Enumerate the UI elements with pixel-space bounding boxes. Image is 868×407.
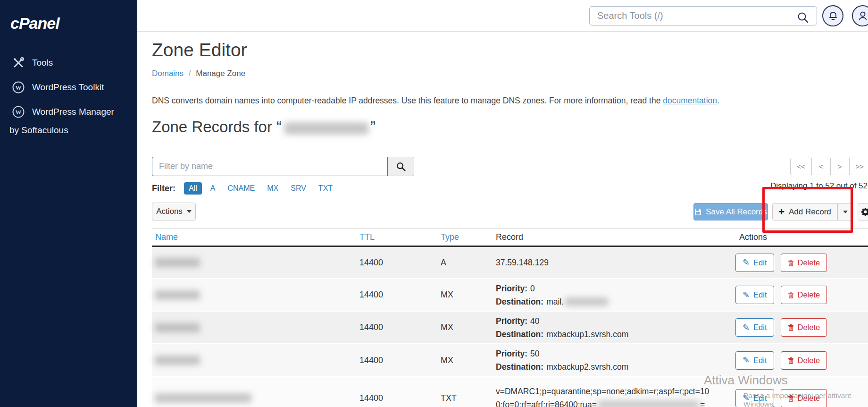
- windows-activation-watermark: Attiva Windows: [704, 373, 788, 388]
- bell-icon: [828, 10, 838, 22]
- edit-button[interactable]: ✎ Edit: [735, 254, 774, 272]
- user-icon: [858, 10, 868, 22]
- filter-label: Filter:: [152, 184, 175, 194]
- pagination-last-button[interactable]: >>: [850, 158, 868, 175]
- notifications-button[interactable]: [822, 5, 843, 26]
- plus-icon: +: [778, 207, 785, 217]
- redacted-record-name: [155, 393, 251, 403]
- filter-by-name-input[interactable]: [152, 157, 388, 176]
- actions-dropdown-button[interactable]: Actions: [152, 203, 196, 220]
- ttl-value: 14400: [359, 279, 441, 311]
- svg-text:W: W: [16, 109, 22, 116]
- table-row: 14400 A 37.59.148.129 ✎ Edit: [152, 247, 868, 279]
- column-header-record: Record: [496, 232, 739, 242]
- documentation-link[interactable]: documentation: [663, 96, 717, 105]
- add-record-button[interactable]: + Add Record: [772, 203, 837, 220]
- column-header-ttl[interactable]: TTL: [359, 232, 441, 242]
- add-record-dropdown-button[interactable]: [837, 203, 853, 220]
- delete-button[interactable]: Delete: [781, 318, 827, 337]
- pagination-next-button[interactable]: >: [831, 158, 850, 175]
- sidebar-item-tools[interactable]: Tools: [0, 51, 137, 75]
- pagination-prev-button[interactable]: <: [812, 158, 831, 175]
- pagination-first-button[interactable]: <<: [790, 158, 812, 175]
- pencil-icon: ✎: [743, 355, 750, 365]
- redacted-record-name: [155, 323, 200, 332]
- delete-button[interactable]: Delete: [781, 254, 827, 272]
- edit-button[interactable]: ✎ Edit: [735, 286, 774, 304]
- column-header-actions: Actions: [739, 232, 868, 242]
- windows-activation-watermark-subtext: Passa a Impostazioni per attivare Window…: [743, 391, 868, 407]
- floppy-disk-icon: [694, 208, 701, 215]
- filter-option-mx[interactable]: MX: [267, 184, 278, 193]
- chevron-down-icon: [843, 211, 848, 213]
- record-value: Priority:40 Destination:mxbackup1.svrsh.…: [496, 312, 739, 343]
- page-title: Zone Editor: [152, 40, 247, 60]
- zone-records-heading: Zone Records for “ ”: [152, 118, 376, 136]
- table-header-row: Name TTL Type Record Actions: [152, 228, 868, 247]
- svg-text:W: W: [16, 84, 22, 91]
- filter-option-cname[interactable]: CNAME: [227, 184, 255, 193]
- sidebar-item-wordpress-toolkit[interactable]: W WordPress Toolkit: [0, 75, 137, 100]
- redacted-destination: [565, 298, 608, 305]
- trash-icon: [788, 291, 794, 298]
- pencil-icon: ✎: [743, 290, 750, 300]
- sidebar-item-label: WordPress Manager: [32, 107, 114, 117]
- pencil-icon: ✎: [743, 257, 750, 268]
- filter-option-srv[interactable]: SRV: [291, 184, 306, 193]
- redacted-domain-name: [284, 122, 368, 135]
- ttl-value: 14400: [359, 247, 441, 278]
- filter-search-button[interactable]: [388, 157, 414, 176]
- edit-button[interactable]: ✎ Edit: [735, 351, 774, 370]
- filter-option-a[interactable]: A: [210, 184, 216, 193]
- trash-icon: [788, 259, 794, 266]
- table-row: 14400 MX Priority:50 Destination:mxbacku…: [152, 344, 868, 377]
- wordpress-icon: W: [12, 81, 25, 93]
- trash-icon: [788, 324, 794, 331]
- ttl-value: 14400: [359, 312, 441, 343]
- redacted-rua-address: [598, 401, 699, 407]
- redacted-record-name: [155, 258, 200, 267]
- delete-button[interactable]: Delete: [781, 286, 827, 304]
- ttl-value: 14400: [359, 377, 441, 407]
- filter-chip-all[interactable]: All: [184, 182, 202, 195]
- record-value: Priority:0 Destination:mail.: [496, 279, 739, 311]
- type-value: MX: [441, 344, 496, 376]
- sidebar-item-label: WordPress Toolkit: [32, 82, 104, 93]
- cpanel-app: cPanel Tools W: [0, 0, 868, 407]
- type-value: MX: [441, 312, 496, 343]
- breadcrumb-separator: /: [189, 69, 191, 78]
- redacted-record-name: [155, 290, 200, 300]
- trash-icon: [788, 357, 794, 364]
- redacted-record-name: [155, 356, 200, 365]
- breadcrumb-domains-link[interactable]: Domains: [152, 69, 184, 78]
- breadcrumb-current: Manage Zone: [196, 69, 245, 78]
- column-header-name[interactable]: Name: [152, 232, 359, 242]
- type-value: A: [441, 247, 496, 278]
- record-value: Priority:50 Destination:mxbackup2.svrsh.…: [496, 344, 739, 376]
- record-value: 37.59.148.129: [496, 247, 739, 278]
- sidebar-item-label-wrap: by Softaculous: [0, 124, 137, 136]
- delete-button[interactable]: Delete: [781, 351, 827, 370]
- filter-option-txt[interactable]: TXT: [318, 184, 333, 193]
- table-row: 14400 MX Priority:40 Destination:mxbacku…: [152, 312, 868, 344]
- table-settings-button[interactable]: [858, 203, 868, 220]
- table-row: 14400 MX Priority:0 Destination:mail. ✎ …: [152, 279, 868, 312]
- record-value: v=DMARC1;p=quarantine;sp=none;adkim=r;as…: [496, 377, 739, 407]
- page-description: DNS converts domain names into computer-…: [152, 96, 719, 106]
- column-header-type[interactable]: Type: [441, 232, 496, 242]
- chevron-down-icon: [187, 210, 192, 213]
- pencil-icon: ✎: [743, 322, 750, 333]
- search-icon[interactable]: [797, 11, 809, 24]
- save-all-records-button[interactable]: Save All Records: [693, 203, 768, 220]
- pagination: << < > >>: [790, 158, 868, 175]
- tools-icon: [12, 57, 25, 69]
- type-value: MX: [441, 279, 496, 311]
- edit-button[interactable]: ✎ Edit: [735, 318, 774, 337]
- search-tools-input[interactable]: [589, 6, 817, 25]
- wordpress-icon: W: [12, 106, 25, 118]
- sidebar-item-label: Tools: [32, 58, 53, 68]
- ttl-value: 14400: [359, 344, 441, 376]
- sidebar-item-wordpress-manager[interactable]: W WordPress Manager: [0, 100, 137, 124]
- breadcrumb: Domains / Manage Zone: [152, 69, 245, 78]
- sidebar: cPanel Tools W: [0, 0, 137, 407]
